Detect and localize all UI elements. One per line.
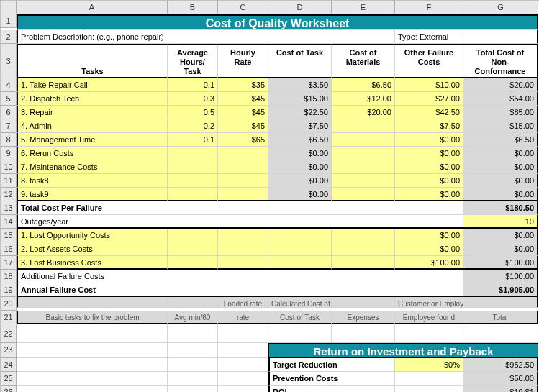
task-rate-9[interactable] [218, 147, 268, 160]
task-otherfail-12[interactable]: $0.00 [395, 188, 463, 201]
row-header-24[interactable]: 24 [1, 358, 17, 372]
task-costmat-7[interactable] [332, 119, 395, 133]
row-header-2[interactable]: 2 [1, 30, 17, 44]
col-header-E[interactable]: E [332, 1, 395, 14]
col-header-A[interactable]: A [17, 1, 168, 14]
lost-c-15[interactable] [218, 229, 268, 242]
task-hours-8[interactable]: 0.1 [168, 133, 218, 147]
task-name-5[interactable]: 2. Dispatch Tech [17, 92, 168, 106]
task-costmat-5[interactable]: $12.00 [332, 92, 395, 106]
task-rate-5[interactable]: $45 [218, 92, 268, 106]
type-empty[interactable] [463, 30, 538, 44]
task-name-10[interactable]: 7. Maintenance Costs [17, 160, 168, 174]
task-hours-9[interactable] [168, 147, 218, 160]
row-header-10[interactable]: 10 [1, 160, 17, 174]
task-name-4[interactable]: 1. Take Repair Call [17, 78, 168, 92]
r25-c[interactable] [218, 372, 268, 386]
task-rate-11[interactable] [218, 174, 268, 188]
lost-d-16[interactable] [268, 242, 332, 256]
task-otherfail-5[interactable]: $27.00 [395, 92, 463, 106]
task-costmat-4[interactable]: $6.50 [332, 78, 395, 92]
task-hours-10[interactable] [168, 160, 218, 174]
task-name-9[interactable]: 6. Rerun Costs [17, 147, 168, 160]
lost-b-17[interactable] [168, 256, 218, 270]
task-hours-4[interactable]: 0.1 [168, 78, 218, 92]
task-otherfail-8[interactable]: $0.00 [395, 133, 463, 147]
lost-e-15[interactable] [332, 229, 395, 242]
row-header-19[interactable]: 19 [1, 283, 17, 297]
lost-f-15[interactable]: $0.00 [395, 229, 463, 242]
r25-b[interactable] [168, 372, 218, 386]
row-header-22[interactable]: 22 [1, 324, 17, 343]
row-header-14[interactable]: 14 [1, 215, 17, 229]
task-rate-10[interactable] [218, 160, 268, 174]
lost-e-17[interactable] [332, 256, 395, 270]
col-header-G[interactable]: G [463, 1, 538, 14]
task-name-11[interactable]: 8. task8 [17, 174, 168, 188]
task-otherfail-4[interactable]: $10.00 [395, 78, 463, 92]
task-rate-6[interactable]: $45 [218, 106, 268, 119]
task-costmat-10[interactable] [332, 160, 395, 174]
task-hours-11[interactable] [168, 174, 218, 188]
r22-5[interactable] [395, 324, 463, 343]
row-header-23[interactable]: 23 [1, 343, 17, 358]
col-header-C[interactable]: C [218, 1, 268, 14]
task-costmat-11[interactable] [332, 174, 395, 188]
r22-1[interactable] [168, 324, 218, 343]
task-costmat-6[interactable]: $20.00 [332, 106, 395, 119]
task-costmat-9[interactable] [332, 147, 395, 160]
r24-a[interactable] [17, 358, 168, 372]
task-rate-4[interactable]: $35 [218, 78, 268, 92]
row-header-11[interactable]: 11 [1, 174, 17, 188]
row-header-8[interactable]: 8 [1, 133, 17, 147]
r26-c[interactable] [218, 386, 268, 392]
r22-0[interactable] [17, 324, 168, 343]
row-header-3[interactable]: 3 [1, 44, 17, 78]
lost-c-16[interactable] [218, 242, 268, 256]
task-costmat-8[interactable] [332, 133, 395, 147]
task-hours-7[interactable]: 0.2 [168, 119, 218, 133]
r22-3[interactable] [268, 324, 332, 343]
lost-d-17[interactable] [268, 256, 332, 270]
lost-name-16[interactable]: 2. Lost Assets Costs [17, 242, 168, 256]
task-otherfail-7[interactable]: $7.50 [395, 119, 463, 133]
row-header-21[interactable]: 21 [1, 311, 17, 324]
r22-6[interactable] [463, 324, 538, 343]
row-header-13[interactable]: 13 [1, 201, 17, 215]
task-rate-8[interactable]: $65 [218, 133, 268, 147]
row-header-6[interactable]: 6 [1, 106, 17, 119]
type-label[interactable]: Type: External [395, 30, 463, 44]
lost-d-15[interactable] [268, 229, 332, 242]
task-name-8[interactable]: 5. Management Time [17, 133, 168, 147]
r23-2[interactable] [218, 343, 268, 358]
row-header-17[interactable]: 17 [1, 256, 17, 270]
row-header-7[interactable]: 7 [1, 119, 17, 133]
task-hours-5[interactable]: 0.3 [168, 92, 218, 106]
r23-0[interactable] [17, 343, 168, 358]
task-otherfail-6[interactable]: $42.50 [395, 106, 463, 119]
task-hours-6[interactable]: 0.5 [168, 106, 218, 119]
task-otherfail-10[interactable]: $0.00 [395, 160, 463, 174]
row-header-15[interactable]: 15 [1, 229, 17, 242]
r26-b[interactable] [168, 386, 218, 392]
task-hours-12[interactable] [168, 188, 218, 201]
task-name-12[interactable]: 9. task9 [17, 188, 168, 201]
lost-b-16[interactable] [168, 242, 218, 256]
row-header-25[interactable]: 25 [1, 372, 17, 386]
lost-b-15[interactable] [168, 229, 218, 242]
row-header-26[interactable]: 26 [1, 386, 17, 392]
lost-f-17[interactable]: $100.00 [395, 256, 463, 270]
problem-description[interactable]: Problem Description: (e.g., phone repair… [17, 30, 395, 44]
r23-1[interactable] [168, 343, 218, 358]
task-rate-12[interactable] [218, 188, 268, 201]
task-rate-7[interactable]: $45 [218, 119, 268, 133]
lost-name-17[interactable]: 3. Lost Business Costs [17, 256, 168, 270]
r25-a[interactable] [17, 372, 168, 386]
row-header-20[interactable]: 20 [1, 297, 17, 311]
row-header-16[interactable]: 16 [1, 242, 17, 256]
lost-c-17[interactable] [218, 256, 268, 270]
outages-value[interactable]: 10 [463, 215, 538, 229]
task-name-7[interactable]: 4. Admin [17, 119, 168, 133]
task-name-6[interactable]: 3. Repair [17, 106, 168, 119]
r22-4[interactable] [332, 324, 395, 343]
